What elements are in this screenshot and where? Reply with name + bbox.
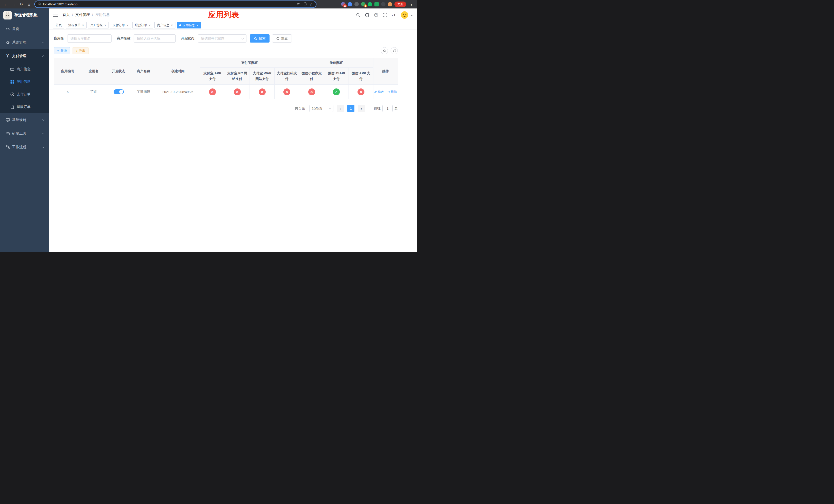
extension-icon[interactable] xyxy=(368,2,372,6)
forward-icon[interactable]: → xyxy=(10,1,17,8)
toggle-search-button[interactable] xyxy=(381,47,388,54)
tab-label: 流程表单 xyxy=(68,23,81,27)
github-icon[interactable] xyxy=(365,12,370,18)
reset-button[interactable]: 重置 xyxy=(272,35,292,43)
tab-refund-order[interactable]: 退款订单 × xyxy=(132,22,153,28)
group-header-alipay: 支付宝配置 xyxy=(200,58,299,68)
next-page-button[interactable]: › xyxy=(358,105,365,112)
tab-user-group[interactable]: 用户分组 × xyxy=(88,22,109,28)
page-number-button[interactable]: 1 xyxy=(347,105,354,112)
col-header-ops: 操作 xyxy=(373,58,398,85)
tab-label: 退款订单 xyxy=(135,23,147,27)
sidebar-item-label: 支付订单 xyxy=(17,92,30,97)
reload-icon[interactable]: ↻ xyxy=(18,1,25,8)
tab-home[interactable]: 首页 xyxy=(53,22,64,28)
fullscreen-icon[interactable] xyxy=(382,12,388,18)
bookmark-star-icon[interactable]: ☆ xyxy=(310,2,313,6)
close-icon[interactable]: × xyxy=(149,24,151,27)
tab-label: 应用信息 xyxy=(182,23,195,27)
sidebar-item-workflow[interactable]: 工作流程 xyxy=(0,140,49,154)
sidebar-item-pay-order[interactable]: ¥ 支付订单 xyxy=(0,88,49,100)
close-icon[interactable]: × xyxy=(171,24,173,27)
close-icon[interactable]: × xyxy=(196,24,198,27)
col-header-app-name: 应用名 xyxy=(81,58,106,85)
status-select[interactable] xyxy=(198,35,246,43)
sidebar-item-system[interactable]: 系统管理 xyxy=(0,36,49,49)
font-size-icon[interactable]: TT xyxy=(391,12,396,18)
delete-button[interactable]: 删除 xyxy=(387,90,397,94)
col-header-alipay-qr: 支付宝扫码支付 xyxy=(275,68,299,85)
extension-icon[interactable]: 10 xyxy=(341,2,346,6)
browser-update-button[interactable]: 更新 xyxy=(394,2,406,7)
tab-label: 商户信息 xyxy=(157,23,169,27)
goto-page-input[interactable] xyxy=(382,105,393,112)
breadcrumb-payment[interactable]: 支付管理 xyxy=(75,13,90,17)
alipay-pc-status-icon xyxy=(234,88,241,95)
col-header-wechat-mini: 微信小程序支付 xyxy=(299,68,324,85)
col-header-alipay-wap: 支付宝 WAP 网站支付 xyxy=(250,68,275,85)
sidebar-item-label: 退款订单 xyxy=(17,105,30,109)
status-toggle[interactable] xyxy=(114,89,124,94)
browser-toolbar: ← → ↻ ⌂ ⓘ localhost:1024/pay/app ☆ 10 xyxy=(0,0,417,8)
search-icon[interactable] xyxy=(355,12,360,18)
sidebar-item-refund-order[interactable]: 退款订单 xyxy=(0,100,49,113)
site-info-icon[interactable]: ⓘ xyxy=(38,2,41,6)
sidebar-item-payment[interactable]: ¥ 支付管理 xyxy=(0,49,49,63)
extension-icon[interactable]: 1 xyxy=(361,2,366,6)
refresh-button[interactable] xyxy=(391,47,398,54)
close-icon[interactable]: × xyxy=(127,24,129,27)
close-icon[interactable]: × xyxy=(104,24,106,27)
browser-menu-icon[interactable]: ⋮ xyxy=(409,2,414,7)
address-bar[interactable]: ⓘ localhost:1024/pay/app ☆ xyxy=(35,1,316,7)
breadcrumb: 首页 / 支付管理 / 应用信息 xyxy=(63,13,110,17)
sidebar-collapse-icon[interactable] xyxy=(53,13,58,17)
svg-text:¥: ¥ xyxy=(11,93,13,96)
breadcrumb-separator: / xyxy=(92,13,93,17)
plus-icon: + xyxy=(57,49,59,52)
sidebar-item-infra[interactable]: 基础设施 xyxy=(0,113,49,127)
sidebar-item-label: 应用信息 xyxy=(17,79,30,84)
back-icon[interactable]: ← xyxy=(3,1,9,8)
col-header-alipay-app: 支付宝 APP 支付 xyxy=(200,68,225,85)
extension-icon[interactable] xyxy=(354,2,359,6)
sidebar-item-home[interactable]: 首页 xyxy=(0,22,49,36)
merchant-name-input[interactable] xyxy=(134,35,176,43)
tab-pay-order[interactable]: 支付订单 × xyxy=(110,22,131,28)
sidebar-item-label: 商户信息 xyxy=(17,67,30,71)
home-icon[interactable]: ⌂ xyxy=(26,1,32,8)
page-size-select[interactable]: 10条/页 xyxy=(309,105,333,112)
add-button[interactable]: + 新增 xyxy=(54,47,70,54)
tab-process-form[interactable]: 流程表单 × xyxy=(66,22,87,28)
sidebar-item-dev-tools[interactable]: 研发工具 xyxy=(0,127,49,140)
tab-label: 用户分组 xyxy=(90,23,103,27)
close-icon[interactable]: × xyxy=(82,24,84,27)
sidebar-item-merchant-info[interactable]: 商户信息 xyxy=(0,63,49,75)
extension-icon[interactable] xyxy=(374,2,379,6)
extension-icon[interactable] xyxy=(348,2,352,6)
tab-merchant-info[interactable]: 商户信息 × xyxy=(154,22,175,28)
svg-text:T: T xyxy=(393,13,395,17)
breadcrumb-home[interactable]: 首页 xyxy=(63,13,70,17)
help-icon[interactable]: ? xyxy=(373,12,378,18)
prev-page-button[interactable]: ‹ xyxy=(337,105,344,112)
pagination-total: 共 1 条 xyxy=(295,106,305,111)
extension-icon[interactable] xyxy=(388,2,392,6)
edit-button[interactable]: 修改 xyxy=(374,90,384,94)
sidebar-item-app-info[interactable]: 应用信息 xyxy=(0,75,49,88)
tab-app-info[interactable]: 应用信息 × xyxy=(177,22,201,28)
svg-text:T: T xyxy=(392,14,393,17)
user-avatar[interactable] xyxy=(400,11,409,19)
password-key-icon[interactable] xyxy=(297,2,301,7)
search-button[interactable]: 搜索 xyxy=(250,35,269,43)
page-size-value: 10条/页 xyxy=(312,107,322,111)
tag-bar: 首页 流程表单 × 用户分组 × 支付订单 × 退款订单 × xyxy=(49,21,417,29)
app-name-input[interactable] xyxy=(67,35,112,43)
avatar-caret-icon[interactable] xyxy=(411,14,413,16)
export-button[interactable]: ↓ 导出 xyxy=(72,47,88,54)
share-icon[interactable] xyxy=(303,2,307,7)
breadcrumb-separator: / xyxy=(72,13,73,17)
dashboard-icon xyxy=(5,27,10,31)
extension-icon[interactable] xyxy=(381,2,386,6)
cell-merchant: 芋道源码 xyxy=(131,85,156,99)
sidebar-item-label: 工作流程 xyxy=(12,145,26,150)
